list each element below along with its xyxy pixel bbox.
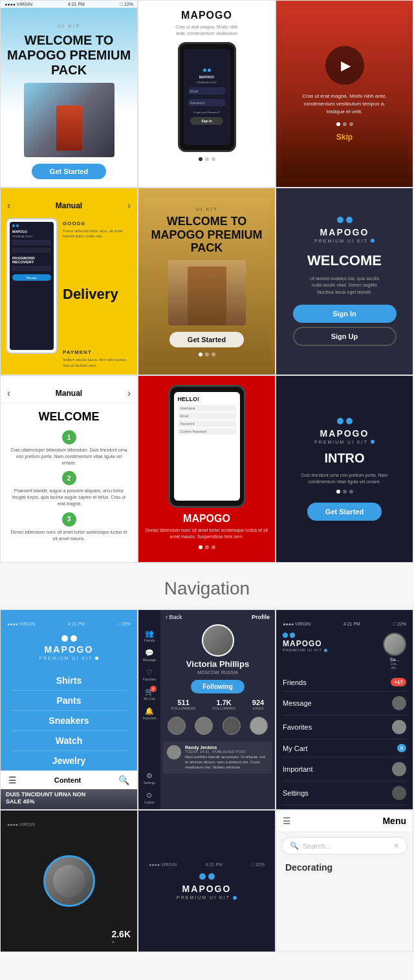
nav-sneakers[interactable]: Sneakers [11,711,127,731]
dark-welcome-screen: MAPOGO PREMIUM UI KIT WELCOME Ut laoreet… [276,188,413,375]
profile-screen: 👥 Friends 💬 Message ♡ Favorites 🛒 3 My C… [138,609,276,810]
count-display: 2.6K + [111,929,131,945]
likes-stat: 924 LIKES [252,699,264,710]
password-field[interactable]: Password [188,99,226,106]
sidebar-important[interactable]: 🔔 Important [142,707,156,720]
dots-nav-red [145,545,268,549]
intro-screen-1: ●●●● VIRGIN 4:21 PM □ 22% UI KIT WELCOME… [0,0,138,188]
get-started-btn-intro[interactable]: Get Started [307,503,382,521]
forgot-password[interactable]: Forget your Password? [193,111,220,114]
menu-friends[interactable]: Friends +17 [283,673,406,691]
mapogo-intro: MAPOGO [320,428,369,439]
hamburger-icon[interactable]: ☰ [8,775,17,785]
search-icon[interactable]: 🔍 [118,775,129,785]
post-item: Randy Jenkins TODAY, 14:31 · PUBLISHED P… [163,741,272,774]
nav-shirts[interactable]: Shirts [11,671,127,691]
back-btn[interactable]: ‹ [7,200,10,212]
content-area: MAPOGO PREMIUM UI KIT PASSWORDRECOVERY R… [1,214,137,375]
play-button[interactable]: ▶ [325,46,364,85]
mapogo-red-screen: HELLO! Username Email Password Confirm P… [138,375,276,563]
step-text-3: Donec bibendum nunc sit amet tortor scel… [10,529,128,542]
red-container: HELLO! Username Email Password Confirm P… [138,376,275,562]
close-icon[interactable]: ✕ [393,842,399,850]
menu-settings[interactable]: Settings [283,781,406,805]
step-num-1: 1 [62,430,76,444]
bottom-text-red: MAPOGO Donec bibendum nunc sit amet tort… [138,508,275,549]
password-field-red[interactable]: Password [178,420,236,427]
email-field[interactable]: Email [188,87,226,94]
avatar-thumb-1 [168,717,186,735]
menu-message[interactable]: Message [283,691,406,715]
dots-nav [336,122,353,126]
menu-title: Menu [382,816,406,826]
sidebar-cart[interactable]: 🛒 3 My Cart [144,688,155,701]
brand-dots-r5 [199,873,215,880]
nav-jewelry[interactable]: Jewelry [11,751,127,770]
intro-dark-container: MAPOGO PREMIUM UI KIT INTRO Duis tincidu… [287,386,402,552]
dark-status-bar: ●●●● VIRGIN 4:21 PM □ 22% [276,610,413,629]
profile-location: MOSCOW, RUSSIA [197,670,238,675]
time: 4:21 PM [68,2,85,6]
mapogo-brand-container: ●●●● VIRGIN 4:21 PM □ 32% MAPOGO PREMIUM… [138,811,275,952]
post-text: Nam porttitor blandit accumsan. Ut aliqu… [185,755,268,770]
avatar-circle-container [1,829,137,933]
mapogo-brand-screen: ●●●● VIRGIN 4:21 PM □ 32% MAPOGO PREMIUM… [138,810,276,952]
signin-btn-dark[interactable]: Sign In [293,305,397,323]
forward-btn[interactable]: › [127,200,131,212]
menu-cart[interactable]: My Cart 5 [283,739,406,757]
post-content: Randy Jenkins TODAY, 14:31 · PUBLISHED P… [185,745,268,770]
email-field-red[interactable]: Email [178,413,236,419]
menu-favorites[interactable]: Favorites [283,715,406,739]
sidebar-favorites[interactable]: ♡ Favorites [143,668,157,681]
get-started-btn-2[interactable]: Get Started [169,332,244,347]
goods-section: GOODS Fusce vehicula dolor arcu, sit ame… [63,221,132,239]
steps-container: ‹ Manual › WELCOME 1 Cras ullamcorper bi… [1,376,137,562]
dark-sidebar-container: ●●●● VIRGIN 4:21 PM □ 22% MAPOGO PREMIUM… [276,610,413,809]
menu-logout[interactable]: Logout [283,805,406,810]
following-button[interactable]: Following [191,680,245,693]
video-screen: ▶ Cras ut erat magna. Morbi nibh ante, c… [276,0,413,188]
mapogo-brand: MAPOGO [320,227,369,237]
search-bar[interactable]: 🔍 Search... ✕ [281,837,408,855]
dark-welcome-container: MAPOGO PREMIUM UI KIT WELCOME Ut laoreet… [285,197,404,365]
avatar-row [160,714,275,737]
mapogo-desc: Donec bibendum nunc sit amet tortor scel… [145,527,268,540]
forward-btn-2[interactable]: › [127,387,131,399]
sidebar-friends[interactable]: 👥 Friends [144,629,155,642]
hamburger-icon-2[interactable]: ☰ [283,816,291,826]
steps-title: WELCOME [10,410,128,424]
post-author: Randy Jenkins [185,745,268,750]
confirm-password-field[interactable]: Confirm Password [178,428,236,435]
back-btn-2[interactable]: ‹ [7,387,10,399]
sidebar-logout[interactable]: ⊙ Logout [144,791,154,804]
username-field[interactable]: Username [178,405,236,411]
signin-btn[interactable]: Sign In [190,117,223,125]
manual-title: Manual [56,201,82,210]
skip-button[interactable]: Skip [336,133,353,142]
nav-brand-dots [61,635,77,642]
search-input[interactable]: Search... [303,842,389,850]
sidebar-overlay: 👥 Friends 💬 Message ♡ Favorites 🛒 3 My C… [138,610,160,809]
sidebar-message[interactable]: 💬 Message [143,649,156,662]
welcome-title: WELCOME TO MAPOGO PREMIUM PACK [6,33,132,78]
signup-btn[interactable]: Sign Up [293,327,397,346]
phone-mini-screen: MAPOGO PREMIUM UI KIT PASSWORDRECOVERY R… [10,222,54,350]
row-1: ●●●● VIRGIN 4:21 PM □ 22% UI KIT WELCOME… [0,0,414,188]
nav-pants[interactable]: Pants [11,691,127,711]
sidebar-settings[interactable]: ⚙ Settings [144,772,155,785]
phone-screen: MAPOGO PREMIUM UI KIT Email Password For… [184,49,230,145]
brand-name-r5: MAPOGO [182,884,232,894]
steps-top-bar: ‹ Manual › [1,376,137,404]
premium-label: PREMIUM UI KIT [314,239,375,243]
nav-menu-list: Shirts Pants Sneakers Watch Jewelry [1,671,137,770]
menu-important[interactable]: Important [283,757,406,781]
video-content: ▶ Cras ut erat magna. Morbi nibh ante, c… [287,19,402,169]
intro-title: INTRO [324,451,364,466]
hello-text: HELLO! [178,396,236,402]
imp-avatar [392,762,406,776]
dark-brand-dots [283,633,327,638]
nav-watch[interactable]: Watch [11,731,127,751]
back-link[interactable]: ‹ Back [166,614,182,620]
get-started-button[interactable]: Get Started [32,164,106,179]
dots-nav [199,157,215,161]
